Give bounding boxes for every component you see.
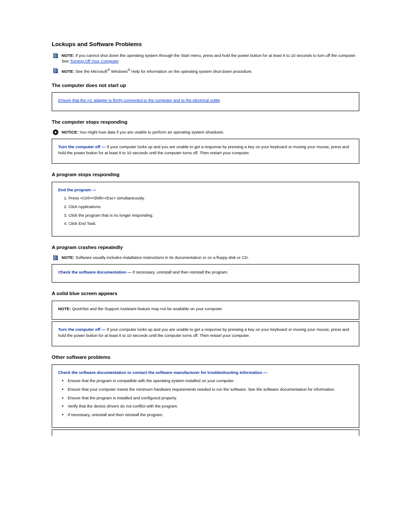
box-crash: Check the software documentation — If ne… xyxy=(52,264,359,283)
note-icon xyxy=(52,53,59,59)
step-item: Click the program that is no longer resp… xyxy=(68,212,353,219)
note-label: NOTE: xyxy=(62,53,75,58)
box-crash-text: If necessary, uninstall and then reinsta… xyxy=(131,270,228,274)
notice-text: You might lose data if you are unable to… xyxy=(78,130,224,134)
note-label: NOTE: xyxy=(58,306,71,311)
note-icon xyxy=(52,255,59,261)
note-shutdown: NOTE: If you cannot shut down the operat… xyxy=(52,53,359,64)
note-text-c: Help for information on the operating sy… xyxy=(130,69,252,74)
note-icon xyxy=(52,68,59,74)
note-label: NOTE: xyxy=(62,69,75,74)
box-blue: Turn the computer off — If your computer… xyxy=(52,321,359,346)
heading-no-resp: The computer stops responding xyxy=(52,119,359,126)
lead-check-docs-contact: Check the software documentation or cont… xyxy=(58,370,268,375)
note-text-after: . xyxy=(118,59,120,63)
note-install-instr: NOTE: Software usually includes installa… xyxy=(52,255,359,261)
list-item: Ensure that your computer meets the mini… xyxy=(68,386,353,393)
box-other-1: Check the software documentation or cont… xyxy=(52,364,359,428)
notice-icon xyxy=(52,129,59,135)
lead-check-docs: Check the software documentation — xyxy=(58,270,131,274)
box-blue-note: NOTE: QuickSet and the Support Assistant… xyxy=(52,301,359,320)
box-other-2 xyxy=(52,429,359,436)
heading-crash: A program crashes repeatedly xyxy=(52,244,359,251)
heading-no-start: The computer does not start up xyxy=(52,82,359,89)
note-assist-text: QuickSet and the Support Assistant featu… xyxy=(72,306,223,311)
heading-prog-no-resp: A program stops responding xyxy=(52,171,359,178)
box-no-resp: Turn the computer off — If your computer… xyxy=(52,139,359,164)
list-other: Ensure that the program is compatible wi… xyxy=(58,378,353,418)
notice-data-loss: NOTICE: You might lose data if you are u… xyxy=(52,129,359,135)
step-item: Press <Ctrl><Shift><Esc> simultaneously. xyxy=(68,195,353,202)
link-turning-off[interactable]: Turning Off Your Computer xyxy=(70,59,118,63)
lead-turn-off: Turn the computer off — xyxy=(58,144,106,149)
heading-lockups: Lockups and Software Problems xyxy=(52,40,359,48)
box-prog-no-resp: End the program — Press <Ctrl><Shift><Es… xyxy=(52,182,359,237)
notice-label: NOTICE: xyxy=(62,130,78,134)
note-text-a: See the Microsoft xyxy=(75,69,108,74)
steps-end-program: Press <Ctrl><Shift><Esc> simultaneously.… xyxy=(58,195,353,227)
note-text: Software usually includes installation i… xyxy=(75,255,249,260)
list-item: Verify that the device drivers do not co… xyxy=(68,403,353,410)
box-no-start: Ensure that the AC adapter is firmly con… xyxy=(52,92,359,111)
list-item: Ensure that the program is compatible wi… xyxy=(68,378,353,384)
heading-other: Other software problems xyxy=(52,354,359,361)
note-help: NOTE: See the Microsoft® Windows® Help f… xyxy=(52,68,359,75)
note-text-b: Windows xyxy=(110,69,128,74)
lead-turn-off: Turn the computer off — xyxy=(58,327,106,332)
step-item: Click Applications. xyxy=(68,204,353,210)
heading-blue: A solid blue screen appears xyxy=(52,290,359,297)
lead-end-program: End the program — xyxy=(58,187,96,192)
step-item: Click End Task. xyxy=(68,221,353,227)
list-item: If necessary, uninstall and then reinsta… xyxy=(68,412,353,418)
link-ensure-adapter[interactable]: Ensure that the AC adapter is firmly con… xyxy=(58,98,220,103)
list-item: Ensure that the program is installed and… xyxy=(68,395,353,401)
note-label: NOTE: xyxy=(62,255,75,260)
